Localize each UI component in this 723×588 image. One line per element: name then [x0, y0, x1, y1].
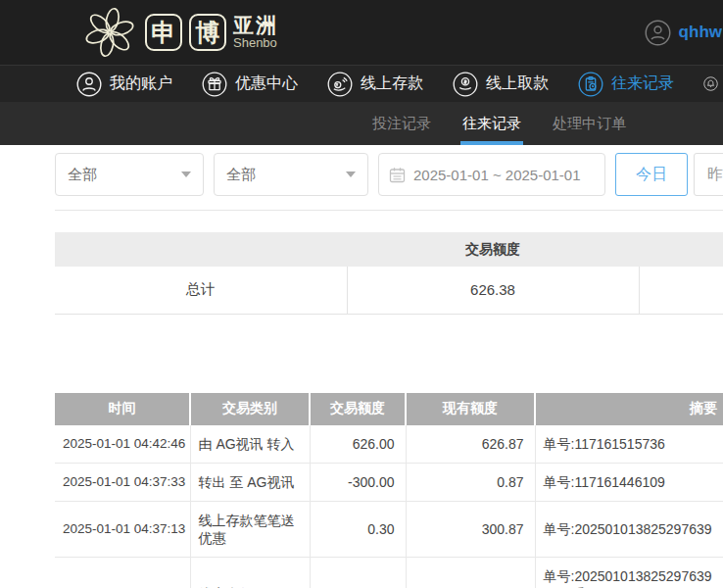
nav-item-withdraw[interactable]: 线上取款 — [453, 72, 549, 97]
record-tabs: 投注记录 往来记录 处理中订单 — [0, 102, 723, 145]
avatar-icon — [645, 20, 671, 46]
summary-table: 交易额度 总计 626.38 — [55, 232, 723, 315]
summary-header-label: 交易额度 — [347, 232, 639, 267]
table-row: 2025-01-01 04:37:13线上存款笔笔送优惠0.30300.87单号… — [55, 501, 723, 557]
cell-balance: 300.87 — [406, 501, 535, 557]
col-header-amount: 交易额度 — [310, 393, 406, 425]
cell-type: 线上存款笔笔送优惠 — [190, 501, 310, 557]
summary-total-row: 总计 626.38 — [55, 267, 723, 314]
cell-time: 2025-01-01 04:37:13 — [55, 557, 190, 588]
cell-type: 由 AG视讯 转入 — [190, 425, 310, 464]
yesterday-button[interactable]: 昨日 — [694, 153, 723, 196]
nav-item-promotions[interactable]: 优惠中心 — [202, 72, 298, 97]
transactions-header-row: 时间 交易类别 交易额度 现有额度 摘要 — [55, 393, 723, 425]
filter-bar: 全部 全部 2025-01-01 ~ 2025-01-01 今日 昨日 — [55, 153, 723, 196]
summary-empty-cell — [639, 267, 723, 314]
nav-item-label: 线上取款 — [486, 74, 549, 94]
col-header-time: 时间 — [55, 393, 190, 425]
summary-header-row: 交易额度 — [55, 232, 723, 267]
table-row: 2025-01-01 04:37:33转出 至 AG视讯-300.000.87单… — [55, 463, 723, 501]
chevron-down-icon — [181, 172, 191, 177]
summary-total-value: 626.38 — [347, 267, 639, 314]
cell-summary: 单号:117161515736 — [535, 425, 723, 464]
nav-item-deposit[interactable]: 线上存款 — [327, 72, 423, 97]
table-row: 2025-01-01 04:37:13线上存款300.00300.57单号:20… — [55, 557, 723, 588]
brand-header: 申 博 亚洲 Shenbo qhhw — [0, 0, 723, 65]
summary-header-spacer — [639, 232, 723, 267]
cell-time: 2025-01-01 04:37:13 — [55, 501, 190, 557]
tab-transaction-records[interactable]: 往来记录 — [460, 102, 523, 145]
logo-characters: 申 博 — [145, 14, 226, 51]
cell-amount: -300.00 — [310, 463, 406, 501]
type-select-value: 全部 — [68, 166, 97, 184]
date-range-picker[interactable]: 2025-01-01 ~ 2025-01-01 — [378, 153, 605, 196]
username-text: qhhw — [679, 23, 722, 42]
table-row: 2025-01-01 04:42:46由 AG视讯 转入626.00626.87… — [55, 425, 723, 464]
chevron-down-icon — [346, 172, 356, 177]
cell-time: 2025-01-01 04:42:46 — [55, 425, 190, 464]
category-select[interactable]: 全部 — [214, 153, 368, 196]
calendar-icon — [389, 167, 406, 183]
account-menu[interactable]: qhhw — [645, 0, 723, 65]
cell-summary: 单号:202501013825297639 人民币(RMB): 300 — [535, 557, 723, 588]
col-header-type: 交易类别 — [190, 393, 310, 425]
nav-item-label: 优惠中心 — [235, 74, 298, 94]
logo-region-text: 亚洲 — [233, 15, 278, 36]
summary-total-label: 总计 — [55, 267, 347, 314]
transaction-records-page: 申 博 亚洲 Shenbo qhhw — [0, 0, 723, 588]
type-select[interactable]: 全部 — [55, 153, 204, 196]
cell-amount: 0.30 — [310, 501, 406, 557]
lotus-flower-logo-icon — [82, 5, 137, 60]
date-range-value: 2025-01-01 ~ 2025-01-01 — [413, 167, 581, 183]
cell-type: 转出 至 AG视讯 — [190, 463, 310, 501]
today-button[interactable]: 今日 — [615, 153, 688, 196]
notification-bell-icon[interactable] — [703, 69, 718, 99]
logo-brand-text: Shenbo — [233, 36, 278, 50]
logo-wordmark: 亚洲 Shenbo — [233, 15, 278, 50]
col-header-balance: 现有额度 — [406, 393, 535, 425]
deposit-hand-coin-icon — [327, 72, 353, 97]
logo-char-shen: 申 — [145, 14, 182, 51]
cell-time: 2025-01-01 04:37:33 — [55, 463, 190, 501]
transactions-table: 时间 交易类别 交易额度 现有额度 摘要 2025-01-01 04:42:46… — [55, 393, 723, 588]
gift-icon — [202, 72, 227, 97]
nav-item-label: 往来记录 — [611, 74, 674, 94]
tab-betting-records[interactable]: 投注记录 — [370, 102, 433, 145]
cell-amount: 626.00 — [310, 425, 406, 464]
section-divider — [55, 210, 723, 211]
records-clipboard-icon — [578, 72, 603, 97]
category-select-value: 全部 — [226, 166, 256, 184]
nav-item-label: 线上存款 — [361, 74, 423, 94]
nav-item-transaction-records[interactable]: 往来记录 — [578, 72, 674, 97]
summary-header-spacer — [55, 232, 347, 267]
withdraw-coin-icon — [453, 72, 478, 97]
nav-item-label: 我的账户 — [110, 74, 172, 94]
cell-balance: 626.87 — [406, 425, 535, 464]
user-icon — [76, 72, 102, 97]
col-header-summary: 摘要 — [535, 393, 723, 425]
nav-item-my-account[interactable]: 我的账户 — [76, 72, 172, 97]
main-navigation: 我的账户 优惠中心 — [0, 65, 723, 102]
cell-type: 线上存款 — [190, 557, 310, 588]
cell-balance: 300.57 — [406, 557, 535, 588]
cell-summary: 单号:202501013825297639 — [535, 501, 723, 557]
cell-summary: 单号:117161446109 — [535, 463, 723, 501]
logo-char-bo: 博 — [189, 14, 226, 51]
cell-amount: 300.00 — [310, 557, 406, 588]
cell-balance: 0.87 — [406, 463, 535, 501]
tab-pending-orders[interactable]: 处理中订单 — [551, 102, 628, 145]
